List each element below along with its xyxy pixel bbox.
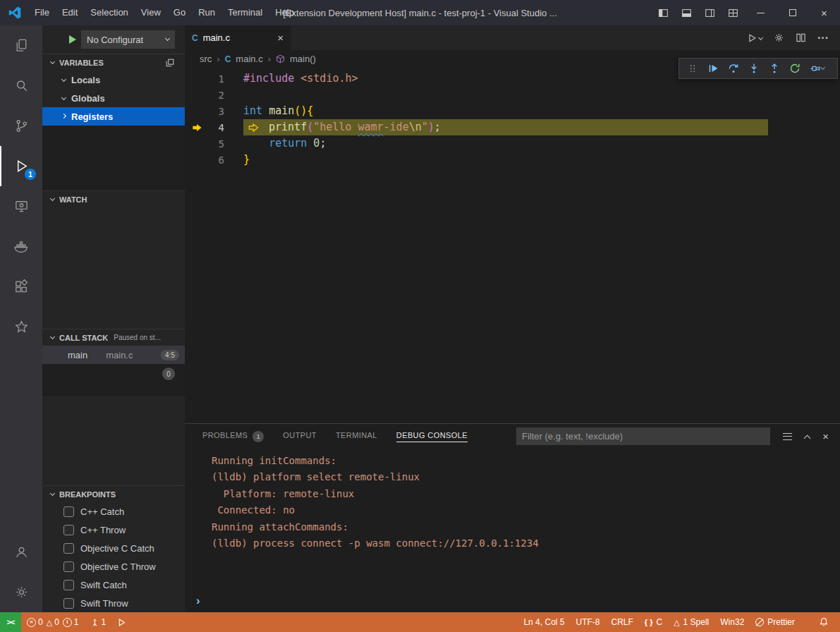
breadcrumb-folder[interactable]: src (200, 54, 212, 64)
menu-edit[interactable]: Edit (56, 0, 84, 25)
call-stack-header-label: CALL STACK (59, 334, 108, 342)
prettier-status[interactable]: Prettier (750, 612, 801, 632)
sidebar-item-run-and-debug[interactable]: 1 (0, 146, 42, 186)
stack-frame-row[interactable]: main main.c 4:5 (42, 346, 185, 364)
console-filter-input[interactable] (516, 427, 770, 445)
breakpoint-objc-throw[interactable]: Objective C Throw (42, 557, 185, 576)
breadcrumb-file[interactable]: main.c (236, 54, 262, 64)
checkbox[interactable] (63, 561, 74, 572)
menu-file[interactable]: File (28, 0, 56, 25)
console-options-icon[interactable] (783, 433, 792, 440)
breakpoint-cpp-throw[interactable]: C++ Throw (42, 521, 185, 539)
tab-terminal[interactable]: TERMINAL (336, 431, 377, 442)
close-panel-icon[interactable]: × (822, 430, 829, 442)
sidebar-item-remote-explorer[interactable] (0, 186, 42, 226)
more-actions-button[interactable]: ··· (817, 32, 829, 44)
variables-body (42, 126, 185, 190)
console-line: (lldb) process connect -p wasm connect:/… (212, 535, 840, 552)
checkbox[interactable] (63, 525, 74, 535)
run-or-debug-button[interactable] (747, 33, 762, 43)
notifications-button[interactable] (801, 612, 834, 632)
problems-status[interactable]: × 0 △ 0 i 1 (21, 612, 85, 632)
platform-status[interactable]: Win32 (714, 612, 750, 632)
code-editor[interactable]: 1#include <stdio.h>23int main(){4printf(… (185, 68, 840, 168)
sidebar-item-docker[interactable] (0, 226, 42, 267)
step-out-icon[interactable] (764, 59, 784, 78)
remote-indicator[interactable]: >< (0, 612, 21, 632)
current-line-indicator-icon[interactable] (185, 123, 209, 133)
toolbar-drag-handle[interactable] (682, 59, 702, 78)
customize-layout-icon[interactable] (722, 0, 745, 25)
breakpoint-swift-catch[interactable]: Swift Catch (42, 576, 185, 594)
debug-status[interactable] (111, 612, 132, 632)
variables-scope-globals[interactable]: Globals (42, 89, 185, 107)
toggle-sidebar-icon[interactable] (652, 0, 675, 25)
code-text[interactable]: #include <stdio.h> (243, 71, 358, 87)
account-button[interactable] (0, 532, 42, 572)
checkbox[interactable] (63, 580, 74, 590)
breakpoint-objc-catch[interactable]: Objective C Catch (42, 539, 185, 557)
settings-button[interactable] (0, 572, 42, 612)
sidebar-item-explorer[interactable] (0, 25, 42, 66)
collapse-all-icon[interactable] (165, 58, 175, 68)
code-line: 4printf("hello wamr-ide\n"); (185, 119, 840, 135)
breakpoint-cpp-catch[interactable]: C++ Catch (42, 502, 185, 521)
split-editor-button[interactable] (796, 32, 806, 43)
code-segment: printf (269, 121, 307, 133)
debug-config-dropdown[interactable]: No Configurat (81, 30, 175, 49)
watch-section-header[interactable]: WATCH (42, 190, 185, 207)
tab-problems[interactable]: PROBLEMS 1 (202, 431, 264, 442)
spell-status[interactable]: △ 1 Spell (668, 612, 714, 632)
code-text[interactable]: int main(){ (243, 103, 313, 119)
console-input-prompt[interactable]: › (196, 594, 200, 608)
breakpoints-section-header[interactable]: BREAKPOINTS (42, 485, 185, 502)
step-over-icon[interactable] (723, 59, 743, 78)
checkbox[interactable] (63, 543, 74, 554)
code-text[interactable]: return 0; (243, 135, 326, 152)
checkbox[interactable] (63, 598, 74, 609)
restart-icon[interactable] (784, 59, 805, 78)
menu-view[interactable]: View (135, 0, 167, 25)
panel-header: PROBLEMS 1 OUTPUT TERMINAL DEBUG CONSOLE… (185, 424, 840, 449)
encoding-status[interactable]: UTF-8 (570, 612, 605, 632)
menu-selection[interactable]: Selection (84, 0, 134, 25)
sidebar-item-extensions[interactable] (0, 267, 42, 307)
menu-go[interactable]: Go (167, 0, 192, 25)
account-icon (13, 544, 30, 560)
docker-icon (13, 238, 30, 255)
sidebar-item-marketplace[interactable] (0, 307, 42, 347)
tab-main-c[interactable]: C main.c × (185, 25, 291, 50)
continue-icon[interactable] (702, 59, 723, 78)
sidebar-item-source-control[interactable] (0, 106, 42, 146)
variables-section-header[interactable]: VARIABLES (42, 54, 185, 71)
maximize-panel-icon[interactable] (804, 435, 811, 442)
code-text[interactable]: } (243, 152, 250, 168)
call-stack-section-header[interactable]: CALL STACK Paused on st... (42, 329, 185, 346)
console-line: Platform: remote-linux (212, 486, 840, 502)
start-debugging-icon[interactable] (69, 35, 76, 44)
step-into-icon[interactable] (743, 59, 764, 78)
eol-status[interactable]: CRLF (605, 612, 638, 632)
breakpoint-label: C++ Catch (80, 506, 124, 517)
breadcrumb-symbol[interactable]: main() (290, 54, 316, 64)
sidebar-item-search[interactable] (0, 66, 42, 106)
close-button[interactable]: × (808, 0, 840, 25)
menu-terminal[interactable]: Terminal (221, 0, 269, 25)
tab-debug-console[interactable]: DEBUG CONSOLE (396, 431, 468, 442)
maximize-button[interactable] (777, 0, 808, 25)
code-text[interactable]: printf("hello wamr-ide\n"); (243, 119, 768, 135)
settings-gear-button[interactable] (774, 32, 784, 43)
minimize-button[interactable] (745, 0, 777, 25)
cursor-position[interactable]: Ln 4, Col 5 (518, 612, 570, 632)
variables-scope-registers[interactable]: Registers (42, 107, 185, 126)
checkbox[interactable] (63, 506, 74, 517)
toggle-secondary-sidebar-icon[interactable] (698, 0, 722, 25)
language-status[interactable]: { } C (639, 612, 668, 632)
tab-output[interactable]: OUTPUT (283, 431, 317, 442)
menu-run[interactable]: Run (192, 0, 221, 25)
variables-scope-locals[interactable]: Locals (42, 71, 185, 89)
close-tab-icon[interactable]: × (277, 32, 284, 44)
breakpoint-swift-throw[interactable]: Swift Throw (42, 594, 185, 612)
ports-status[interactable]: 1 (85, 612, 112, 632)
toggle-panel-icon[interactable] (675, 0, 698, 25)
